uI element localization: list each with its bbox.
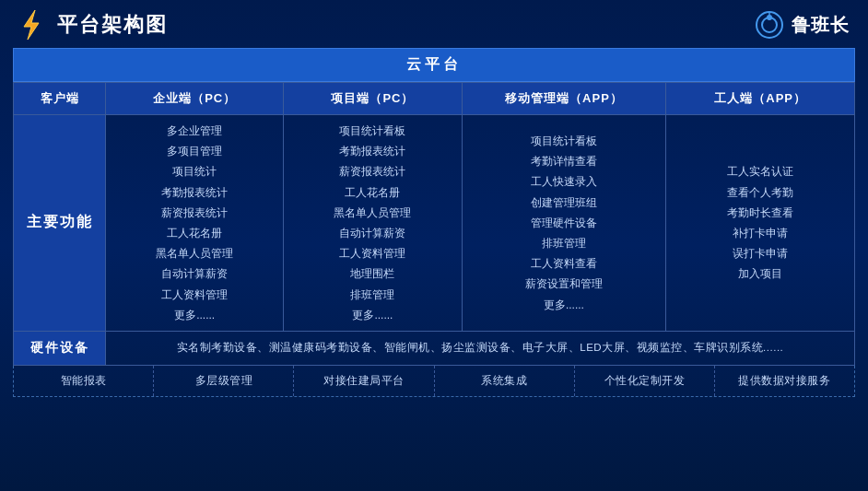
cloud-platform-bar: 云平台 (13, 48, 855, 82)
list-item: 考勤时长查看 (674, 203, 847, 223)
project-features-list: 项目统计看板 考勤报表统计 薪资报表统计 工人花名册 黑名单人员管理 自动计算薪… (291, 121, 453, 325)
hardware-row: 硬件设备 实名制考勤设备、测温健康码考勤设备、智能闸机、扬尘监测设备、电子大屏、… (14, 331, 855, 365)
col-client: 客户端 (14, 83, 106, 115)
enterprise-features-list: 多企业管理 多项目管理 项目统计 考勤报表统计 薪资报表统计 工人花名册 黑名单… (113, 121, 276, 325)
list-item: 创建管理班组 (470, 193, 659, 213)
list-item: 补打卡申请 (674, 223, 847, 243)
brand-icon (755, 10, 784, 40)
bottom-feature-smart-report: 智能报表 (14, 366, 154, 396)
hardware-label: 硬件设备 (14, 331, 106, 365)
list-item: 黑名单人员管理 (291, 203, 453, 223)
list-item: 项目统计看板 (470, 131, 659, 151)
col-mobile: 移动管理端（APP） (462, 83, 666, 115)
list-item: 更多...... (470, 295, 659, 315)
header-left: 平台架构图 (15, 8, 168, 41)
list-item: 排班管理 (470, 233, 659, 253)
list-item: 自动计算薪资 (113, 263, 276, 284)
list-item: 薪资报表统计 (113, 203, 276, 223)
page-title: 平台架构图 (57, 11, 168, 39)
bottom-feature-multi-level: 多层级管理 (154, 366, 294, 396)
list-item: 工人资料查看 (470, 253, 659, 274)
list-item: 工人资料管理 (113, 285, 276, 305)
list-item: 薪资报表统计 (291, 161, 453, 181)
col-worker: 工人端（APP） (666, 83, 855, 115)
header: 平台架构图 鲁班长 (0, 0, 868, 48)
list-item: 工人花名册 (113, 223, 276, 243)
bottom-feature-housing-bureau: 对接住建局平台 (294, 366, 434, 396)
main-function-label: 主要功能 (14, 115, 106, 332)
list-item: 更多...... (291, 305, 453, 325)
bottom-feature-data-service: 提供数据对接服务 (715, 366, 854, 396)
main-function-row: 主要功能 多企业管理 多项目管理 项目统计 考勤报表统计 薪资报表统计 工人花名… (14, 115, 855, 332)
main-area: 云平台 客户端 企业端（PC） 项目端（PC） 移动管理端（APP） 工人端（A… (0, 48, 868, 397)
list-item: 黑名单人员管理 (113, 243, 276, 263)
list-item: 考勤报表统计 (291, 141, 453, 161)
list-item: 考勤详情查看 (470, 151, 659, 171)
mobile-features-list: 项目统计看板 考勤详情查看 工人快速录入 创建管理班组 管理硬件设备 排班管理 … (470, 131, 659, 315)
hardware-content: 实名制考勤设备、测温健康码考勤设备、智能闸机、扬尘监测设备、电子大屏、LED大屏… (106, 331, 855, 365)
list-item: 地理围栏 (291, 263, 453, 284)
bottom-feature-custom-dev: 个性化定制开发 (575, 366, 715, 396)
list-item: 查看个人考勤 (674, 182, 847, 203)
list-item: 工人花名册 (291, 182, 453, 203)
worker-features-list: 工人实名认证 查看个人考勤 考勤时长查看 补打卡申请 误打卡申请 加入项目 (674, 161, 847, 284)
list-item: 考勤报表统计 (113, 182, 276, 203)
list-item: 项目统计看板 (291, 121, 453, 141)
list-item: 加入项目 (674, 263, 847, 284)
brand-name: 鲁班长 (792, 13, 850, 38)
col-enterprise: 企业端（PC） (106, 83, 284, 115)
logo-icon (15, 8, 48, 41)
svg-marker-0 (24, 10, 39, 40)
list-item: 项目统计 (113, 161, 276, 181)
list-item: 管理硬件设备 (470, 213, 659, 233)
brand-logo: 鲁班长 (755, 10, 850, 40)
list-item: 工人资料管理 (291, 243, 453, 263)
bottom-features-row: 智能报表 多层级管理 对接住建局平台 系统集成 个性化定制开发 提供数据对接服务 (13, 366, 855, 397)
project-features: 项目统计看板 考勤报表统计 薪资报表统计 工人花名册 黑名单人员管理 自动计算薪… (284, 115, 462, 332)
list-item: 自动计算薪资 (291, 223, 453, 243)
list-item: 误打卡申请 (674, 243, 847, 263)
list-item: 薪资设置和管理 (470, 274, 659, 294)
list-item: 多企业管理 (113, 121, 276, 141)
list-item: 更多...... (113, 305, 276, 325)
enterprise-features: 多企业管理 多项目管理 项目统计 考勤报表统计 薪资报表统计 工人花名册 黑名单… (106, 115, 284, 332)
mobile-features: 项目统计看板 考勤详情查看 工人快速录入 创建管理班组 管理硬件设备 排班管理 … (462, 115, 666, 332)
column-header-row: 客户端 企业端（PC） 项目端（PC） 移动管理端（APP） 工人端（APP） (14, 83, 855, 115)
worker-features: 工人实名认证 查看个人考勤 考勤时长查看 补打卡申请 误打卡申请 加入项目 (666, 115, 855, 332)
list-item: 工人快速录入 (470, 171, 659, 192)
list-item: 排班管理 (291, 285, 453, 305)
list-item: 多项目管理 (113, 141, 276, 161)
platform-table: 客户端 企业端（PC） 项目端（PC） 移动管理端（APP） 工人端（APP） … (13, 82, 855, 366)
col-project: 项目端（PC） (284, 83, 462, 115)
bottom-feature-system-integration: 系统集成 (435, 366, 575, 396)
list-item: 工人实名认证 (674, 161, 847, 181)
